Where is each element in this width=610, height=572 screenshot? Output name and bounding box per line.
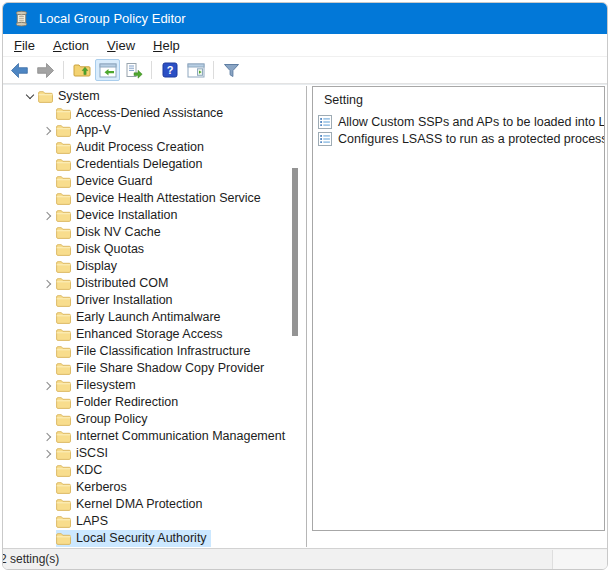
tree-item[interactable]: Kerberos [4,479,306,496]
chevron-icon[interactable] [40,292,56,309]
tree-item[interactable]: System [4,88,306,105]
setting-icon [318,132,332,146]
tree-item[interactable]: KDC [4,462,306,479]
tree-item[interactable]: Early Launch Antimalware [4,309,306,326]
chevron-icon[interactable] [40,360,56,377]
tree-scrollbar[interactable] [292,86,299,547]
chevron-icon[interactable] [40,122,56,139]
tree-item[interactable]: Local Security Authority [4,530,306,547]
folder-icon [56,193,71,205]
tree-item[interactable]: iSCSI [4,445,306,462]
chevron-icon[interactable] [40,377,56,394]
tree-item[interactable]: Device Guard [4,173,306,190]
tree-item[interactable]: Kernel DMA Protection [4,496,306,513]
menu-bar: File Action View Help [3,34,607,57]
setting-icon [318,115,332,129]
menu-file[interactable]: File [5,36,44,55]
chevron-icon[interactable] [40,207,56,224]
view-tabs: Extended Standard [312,531,605,547]
folder-icon [56,448,71,460]
tree-item[interactable]: Device Health Attestation Service [4,190,306,207]
chevron-icon[interactable] [40,479,56,496]
show-console-tree-icon [99,63,117,78]
chevron-icon[interactable] [40,156,56,173]
tree-item[interactable]: Audit Process Creation [4,139,306,156]
chevron-icon[interactable] [40,173,56,190]
tree-item[interactable]: Device Installation [4,207,306,224]
tree-item[interactable]: Folder Redirection [4,394,306,411]
folder-icon [56,108,71,120]
show-action-pane-button[interactable] [183,59,208,81]
tree-item[interactable]: Distributed COM [4,275,306,292]
tree-item[interactable]: LAPS [4,513,306,530]
help-button[interactable]: ? [157,59,182,81]
gpedit-window: Local Group Policy Editor File Action Vi… [2,2,608,570]
back-button[interactable] [7,59,32,81]
chevron-icon[interactable] [22,88,38,105]
tree-item-label: Folder Redirection [76,394,178,411]
folder-icon [56,499,71,511]
svg-text:?: ? [166,64,173,76]
tree-item[interactable]: Disk Quotas [4,241,306,258]
tree-item-label: LAPS [76,513,108,530]
chevron-icon[interactable] [40,105,56,122]
chevron-icon[interactable] [40,513,56,530]
tree-item[interactable]: App-V [4,122,306,139]
export-list-icon [125,62,143,79]
chevron-icon[interactable] [40,258,56,275]
tree-item-label: File Share Shadow Copy Provider [76,360,264,377]
tree-item-label: Distributed COM [76,275,168,292]
folder-icon [38,91,53,103]
tree-scrollbar-thumb[interactable] [292,168,298,336]
window-title: Local Group Policy Editor [39,11,186,26]
setting-column-header[interactable]: Setting [313,87,604,109]
tree-item[interactable]: Group Policy [4,411,306,428]
chevron-icon[interactable] [40,241,56,258]
back-icon [10,62,29,79]
chevron-icon[interactable] [40,224,56,241]
show-console-tree-button[interactable] [95,59,120,81]
forward-button[interactable] [33,59,58,81]
folder-icon [56,142,71,154]
help-icon: ? [162,62,178,78]
tree-item-label: App-V [76,122,111,139]
chevron-icon[interactable] [40,326,56,343]
tree-item[interactable]: Disk NV Cache [4,224,306,241]
chevron-icon[interactable] [40,394,56,411]
chevron-icon[interactable] [40,445,56,462]
chevron-icon[interactable] [40,411,56,428]
chevron-icon[interactable] [40,139,56,156]
folder-icon [56,312,71,324]
chevron-icon[interactable] [40,496,56,513]
tree-item[interactable]: Access-Denied Assistance [4,105,306,122]
chevron-icon[interactable] [40,530,56,547]
chevron-icon[interactable] [40,309,56,326]
tree-item[interactable]: File Classification Infrastructure [4,343,306,360]
export-list-button[interactable] [121,59,146,81]
chevron-icon[interactable] [40,275,56,292]
tree-item[interactable]: Driver Installation [4,292,306,309]
up-one-level-button[interactable] [69,59,94,81]
status-bar: 2 setting(s) [3,548,607,569]
chevron-icon[interactable] [40,343,56,360]
tree-item[interactable]: File Share Shadow Copy Provider [4,360,306,377]
tree-item-label: Disk NV Cache [76,224,161,241]
tree-item[interactable]: Display [4,258,306,275]
menu-view[interactable]: View [98,36,144,55]
tree-item[interactable]: Enhanced Storage Access [4,326,306,343]
chevron-icon[interactable] [40,190,56,207]
setting-item[interactable]: Allow Custom SSPs and APs to be loaded i… [313,113,604,130]
chevron-icon[interactable] [40,428,56,445]
filter-button[interactable] [219,59,244,81]
menu-action[interactable]: Action [44,36,98,55]
tree-item-label: System [58,88,100,105]
folder-icon [56,210,71,222]
chevron-icon[interactable] [40,462,56,479]
setting-item[interactable]: Configures LSASS to run as a protected p… [313,130,604,147]
status-bar-segment [552,550,607,569]
tree-item[interactable]: Credentials Delegation [4,156,306,173]
tree-item[interactable]: Internet Communication Management [4,428,306,445]
menu-help[interactable]: Help [144,36,189,55]
content-area: System Access-Denied Assistance App-V [3,84,607,548]
tree-item[interactable]: Filesystem [4,377,306,394]
